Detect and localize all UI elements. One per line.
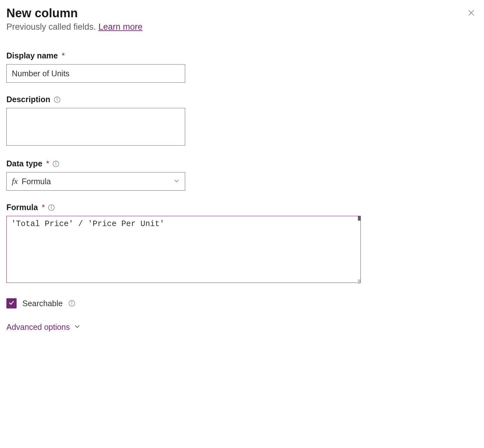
close-button[interactable]	[465, 6, 478, 20]
panel-title: New column	[6, 6, 78, 20]
formula-input[interactable]	[6, 216, 361, 283]
advanced-options-label: Advanced options	[6, 323, 70, 332]
searchable-label: Searchable	[22, 299, 63, 308]
description-label: Description	[6, 95, 478, 104]
check-icon	[8, 300, 15, 307]
display-name-label: Display name *	[6, 51, 478, 60]
scrollbar-thumb[interactable]	[358, 216, 360, 221]
svg-point-10	[51, 206, 52, 206]
formula-label-text: Formula	[6, 203, 38, 212]
description-label-text: Description	[6, 95, 50, 104]
svg-point-4	[57, 98, 57, 98]
chevron-down-icon	[74, 323, 81, 332]
svg-point-7	[56, 162, 56, 162]
learn-more-link[interactable]: Learn more	[98, 22, 142, 32]
data-type-label: Data type *	[6, 159, 478, 168]
required-indicator: *	[46, 159, 49, 168]
info-icon[interactable]	[54, 96, 61, 103]
info-icon[interactable]	[68, 300, 75, 307]
formula-label: Formula *	[6, 203, 478, 212]
display-name-input[interactable]	[6, 64, 185, 83]
display-name-label-text: Display name	[6, 51, 58, 60]
required-indicator: *	[62, 51, 65, 60]
required-indicator: *	[42, 203, 45, 212]
panel-subtitle: Previously called fields. Learn more	[6, 22, 478, 32]
data-type-label-text: Data type	[6, 159, 42, 168]
description-input[interactable]	[6, 108, 185, 146]
data-type-select[interactable]: fx Formula	[6, 172, 185, 191]
subtitle-text: Previously called fields.	[6, 22, 98, 32]
close-icon	[467, 9, 475, 18]
searchable-checkbox[interactable]	[6, 298, 17, 308]
scrollbar-track	[358, 279, 360, 284]
advanced-options-toggle[interactable]: Advanced options	[6, 323, 81, 332]
data-type-value: Formula	[22, 177, 51, 186]
svg-point-13	[72, 302, 72, 302]
info-icon[interactable]	[52, 160, 59, 167]
fx-icon: fx	[12, 177, 18, 186]
info-icon[interactable]	[48, 204, 55, 211]
